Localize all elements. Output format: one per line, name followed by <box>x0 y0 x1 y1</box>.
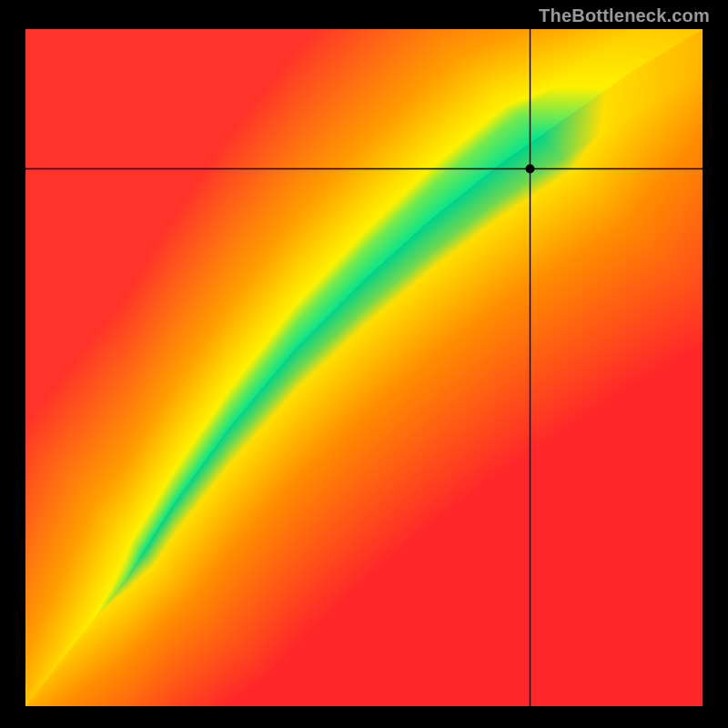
attribution-text: TheBottleneck.com <box>539 5 710 26</box>
heatmap-plot <box>25 29 703 706</box>
heatmap-canvas <box>25 29 703 706</box>
chart-container: TheBottleneck.com <box>0 0 728 728</box>
